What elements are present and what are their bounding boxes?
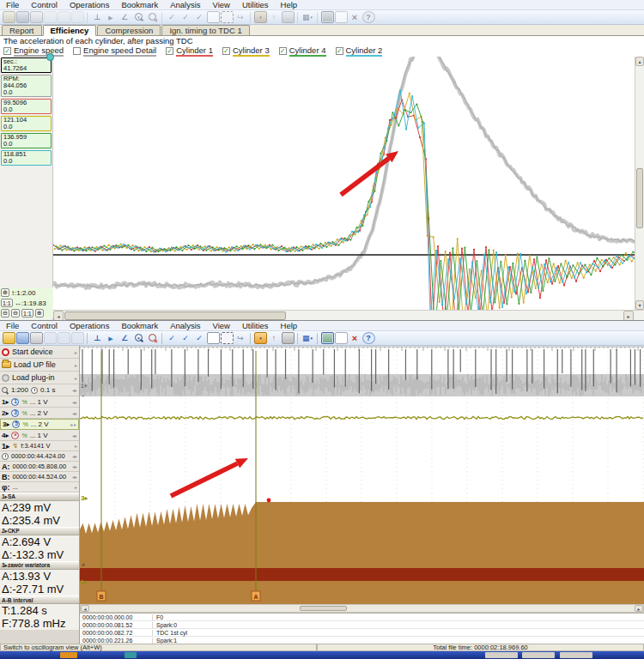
menu-analysis[interactable]: Analysis bbox=[164, 321, 206, 330]
paste-icon[interactable] bbox=[58, 332, 70, 344]
adjust-arrows-icon[interactable]: ◂▸ bbox=[72, 432, 77, 438]
scroll-left-button[interactable]: ◂ bbox=[53, 311, 64, 321]
measure-tool-icon[interactable]: ⊥ bbox=[91, 11, 104, 23]
checkbox-icon[interactable]: ✓ bbox=[336, 47, 343, 55]
save-file-icon[interactable] bbox=[16, 332, 29, 344]
taskbar-button[interactable] bbox=[125, 652, 137, 658]
checkbox-icon[interactable]: ✓ bbox=[166, 47, 173, 55]
delete-icon[interactable]: × bbox=[349, 11, 361, 23]
checkbox-icon[interactable]: ✓ bbox=[279, 47, 287, 55]
channel-row-2[interactable]: 2▸3%... 2 V◂▸ bbox=[0, 408, 79, 419]
start-device-button[interactable]: Start device ▸ bbox=[0, 346, 79, 359]
cursor-row-b[interactable]: B:0000:00:44.524.00◂▸ bbox=[0, 472, 79, 482]
channel-row-4[interactable]: 4▸×%... 1 V◂▸ bbox=[0, 430, 79, 441]
menu-utilities[interactable]: Utilities bbox=[236, 321, 275, 330]
save-file-icon[interactable] bbox=[16, 11, 29, 23]
check-3-icon[interactable]: ✓ bbox=[193, 11, 206, 23]
check-3-icon[interactable]: ✓ bbox=[193, 332, 206, 344]
load-up-file-button[interactable]: Load UP file ▸ bbox=[0, 359, 79, 372]
legend-engine-speed-detail[interactable]: Engine speed Detail bbox=[73, 45, 156, 57]
checkbox-icon[interactable]: ✓ bbox=[3, 47, 11, 55]
check-2-icon[interactable]: ✓ bbox=[179, 11, 192, 23]
tab-compression[interactable]: Compression bbox=[97, 25, 161, 35]
grid-settings-icon[interactable]: ▦▾ bbox=[301, 332, 314, 344]
check-1-icon[interactable]: ✓ bbox=[166, 332, 179, 344]
hscroll-thumb[interactable] bbox=[64, 311, 286, 320]
analysis-compass-icon[interactable]: ∠ bbox=[118, 11, 131, 23]
cursor-a-marker-icon[interactable] bbox=[46, 53, 54, 61]
oscillogram-scroll-thumb[interactable] bbox=[300, 606, 347, 611]
image-view-icon[interactable] bbox=[321, 11, 334, 23]
menu-file[interactable]: File bbox=[0, 321, 25, 330]
chart-horizontal-scrollbar[interactable]: ◂ ▸ bbox=[53, 310, 644, 321]
adjust-arrows-icon[interactable]: ◂ ▸ bbox=[70, 421, 76, 427]
menu-file[interactable]: File bbox=[0, 0, 25, 9]
export-icon[interactable] bbox=[71, 332, 84, 344]
menu-operations[interactable]: Operations bbox=[64, 321, 115, 330]
open-file-icon[interactable] bbox=[3, 11, 15, 23]
scroll-up-button[interactable]: ▴ bbox=[635, 57, 644, 66]
load-session-icon[interactable]: ▾ bbox=[254, 332, 267, 344]
zoom-1to1-button[interactable]: 1:1 bbox=[1, 299, 13, 307]
vscroll-thumb[interactable] bbox=[636, 168, 643, 228]
menu-control[interactable]: Control bbox=[25, 321, 64, 330]
adjust-arrows-icon[interactable]: ◂▸ bbox=[72, 453, 77, 459]
blank-page-icon[interactable] bbox=[335, 332, 348, 344]
clear-icon[interactable] bbox=[282, 11, 295, 23]
acceleration-chart[interactable] bbox=[53, 57, 644, 310]
help-icon[interactable]: ? bbox=[362, 332, 375, 344]
image-view-icon[interactable] bbox=[321, 332, 334, 344]
legend-cylinder-3[interactable]: ✓Cylinder 3 bbox=[222, 45, 270, 57]
load-plugin-button[interactable]: Load plug-in ▸ bbox=[0, 372, 79, 384]
taskbar-button[interactable] bbox=[560, 652, 592, 658]
check-2-icon[interactable]: ✓ bbox=[179, 332, 192, 344]
pin-up-icon[interactable]: ↑ bbox=[268, 332, 281, 344]
cursor-row-φ[interactable]: φ:...▸ bbox=[0, 482, 79, 493]
adjust-arrows-icon[interactable]: ◂▸ bbox=[72, 399, 77, 405]
scroll-right-button[interactable]: ▸ bbox=[623, 311, 634, 321]
copy-icon[interactable] bbox=[44, 332, 57, 344]
legend-cylinder-4[interactable]: ✓Cylinder 4 bbox=[279, 45, 326, 57]
channel-row-3[interactable]: 3▸5%... 2 V◂ ▸ bbox=[0, 419, 79, 430]
zoom-out-v-button[interactable]: ⊖ bbox=[1, 309, 9, 317]
notes-page-icon[interactable] bbox=[207, 11, 220, 23]
menu-bookmark[interactable]: Bookmark bbox=[115, 321, 164, 330]
cursor-row-time[interactable]: 0000:00:44.424.00◂▸ bbox=[0, 451, 79, 462]
redo-icon[interactable]: ↪ bbox=[234, 11, 247, 23]
print-icon[interactable] bbox=[30, 11, 43, 23]
grid-settings-icon[interactable]: ▦▾ bbox=[301, 11, 314, 23]
cursor-row-a[interactable]: A:0000:00:45.808.00◂▸ bbox=[0, 462, 79, 472]
tab-report[interactable]: Report bbox=[2, 25, 42, 35]
tab-efficiency[interactable]: Efficiency bbox=[43, 25, 97, 36]
check-1-icon[interactable]: ✓ bbox=[166, 11, 179, 23]
adjust-arrows-icon[interactable]: ◂▸ bbox=[72, 474, 77, 480]
pin-up-icon[interactable]: ↑ bbox=[268, 11, 281, 23]
taskbar-button[interactable] bbox=[522, 652, 555, 658]
zoom-tool-icon[interactable]: ▾ bbox=[132, 332, 145, 344]
tab-ign-timing-to-tdc-1[interactable]: Ign. timing to TDC 1 bbox=[161, 25, 249, 35]
legend-cylinder-2[interactable]: ✓Cylinder 2 bbox=[336, 45, 383, 57]
zoom-off-icon[interactable] bbox=[146, 11, 159, 23]
open-file-icon[interactable] bbox=[3, 332, 15, 344]
adjust-arrows-icon[interactable]: ◂▸ bbox=[72, 463, 77, 469]
menu-help[interactable]: Help bbox=[275, 0, 304, 9]
legend-engine-speed[interactable]: ✓Engine speed bbox=[3, 45, 64, 57]
menu-view[interactable]: View bbox=[207, 321, 236, 330]
checkbox-icon[interactable] bbox=[73, 47, 81, 55]
adjust-arrows-icon[interactable]: ◂▸ bbox=[72, 410, 77, 416]
legend-cylinder-1[interactable]: ✓Cylinder 1 bbox=[166, 45, 213, 57]
help-icon[interactable]: ? bbox=[362, 11, 375, 23]
menu-analysis[interactable]: Analysis bbox=[164, 0, 206, 9]
zoom-in-button[interactable]: ⊕ bbox=[35, 309, 44, 317]
menu-view[interactable]: View bbox=[207, 0, 236, 9]
oscillogram-scrollbar[interactable]: ◂ ▸ bbox=[80, 604, 644, 613]
load-session-icon[interactable]: ▾ bbox=[254, 11, 267, 23]
scroll-left-button[interactable]: ◂ bbox=[81, 605, 89, 612]
redo-icon[interactable]: ↪ bbox=[234, 332, 247, 344]
zoom-vertical-button[interactable]: ⊕ bbox=[1, 288, 9, 297]
selection-marquee-icon[interactable] bbox=[221, 332, 234, 344]
selection-marquee-icon[interactable] bbox=[221, 11, 234, 23]
zoom-tool-icon[interactable]: ▾ bbox=[132, 11, 145, 23]
taskbar-button[interactable] bbox=[485, 652, 518, 658]
trigger-row[interactable]: 1▸ ↯ f:3.4141 V ▸ bbox=[0, 441, 79, 451]
